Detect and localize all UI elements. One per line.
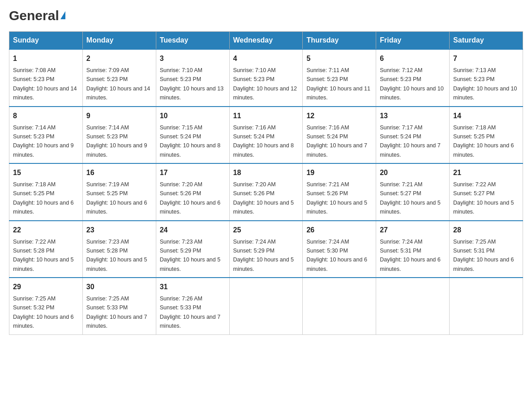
day-info: Sunrise: 7:15 AMSunset: 5:24 PMDaylight:… bbox=[160, 124, 221, 158]
day-info: Sunrise: 7:24 AMSunset: 5:30 PMDaylight:… bbox=[306, 239, 367, 272]
calendar-day-cell: 5 Sunrise: 7:11 AMSunset: 5:23 PMDayligh… bbox=[303, 49, 376, 107]
day-info: Sunrise: 7:20 AMSunset: 5:26 PMDaylight:… bbox=[160, 181, 221, 215]
calendar-day-cell: 28 Sunrise: 7:25 AMSunset: 5:31 PMDaylig… bbox=[450, 221, 523, 278]
day-number: 29 bbox=[13, 282, 79, 292]
calendar-day-cell: 26 Sunrise: 7:24 AMSunset: 5:30 PMDaylig… bbox=[303, 221, 376, 278]
calendar-day-header: Friday bbox=[376, 32, 450, 50]
day-info: Sunrise: 7:23 AMSunset: 5:29 PMDaylight:… bbox=[160, 239, 221, 272]
calendar-day-cell: 29 Sunrise: 7:25 AMSunset: 5:32 PMDaylig… bbox=[9, 278, 83, 334]
day-info: Sunrise: 7:21 AMSunset: 5:27 PMDaylight:… bbox=[380, 181, 441, 215]
calendar-day-cell: 21 Sunrise: 7:22 AMSunset: 5:27 PMDaylig… bbox=[450, 163, 523, 221]
calendar-day-cell: 4 Sunrise: 7:10 AMSunset: 5:23 PMDayligh… bbox=[229, 49, 303, 107]
calendar-day-cell: 25 Sunrise: 7:24 AMSunset: 5:29 PMDaylig… bbox=[229, 221, 303, 278]
day-number: 3 bbox=[160, 53, 226, 64]
logo-triangle-icon bbox=[60, 11, 65, 19]
day-info: Sunrise: 7:08 AMSunset: 5:23 PMDaylight:… bbox=[13, 67, 77, 101]
calendar-day-cell: 18 Sunrise: 7:20 AMSunset: 5:26 PMDaylig… bbox=[229, 163, 303, 221]
calendar-day-cell: 11 Sunrise: 7:16 AMSunset: 5:24 PMDaylig… bbox=[229, 107, 303, 164]
day-info: Sunrise: 7:19 AMSunset: 5:25 PMDaylight:… bbox=[86, 181, 147, 215]
day-number: 14 bbox=[453, 111, 519, 121]
logo: General bbox=[9, 9, 65, 22]
calendar-day-cell: 8 Sunrise: 7:14 AMSunset: 5:23 PMDayligh… bbox=[9, 107, 83, 164]
day-number: 27 bbox=[380, 225, 446, 235]
day-number: 6 bbox=[380, 53, 446, 64]
calendar-day-cell: 24 Sunrise: 7:23 AMSunset: 5:29 PMDaylig… bbox=[156, 221, 229, 278]
day-number: 16 bbox=[86, 167, 152, 178]
calendar-week-row: 22 Sunrise: 7:22 AMSunset: 5:28 PMDaylig… bbox=[9, 221, 523, 278]
calendar-day-cell: 1 Sunrise: 7:08 AMSunset: 5:23 PMDayligh… bbox=[9, 49, 83, 107]
day-number: 26 bbox=[306, 225, 372, 235]
day-info: Sunrise: 7:09 AMSunset: 5:23 PMDaylight:… bbox=[86, 67, 150, 101]
day-number: 17 bbox=[160, 167, 226, 178]
day-info: Sunrise: 7:25 AMSunset: 5:31 PMDaylight:… bbox=[453, 239, 514, 272]
day-info: Sunrise: 7:12 AMSunset: 5:23 PMDaylight:… bbox=[380, 67, 443, 101]
calendar-day-cell: 20 Sunrise: 7:21 AMSunset: 5:27 PMDaylig… bbox=[376, 163, 450, 221]
day-number: 24 bbox=[160, 225, 226, 235]
calendar-day-cell: 13 Sunrise: 7:17 AMSunset: 5:24 PMDaylig… bbox=[376, 107, 450, 164]
day-number: 12 bbox=[306, 111, 372, 121]
calendar-day-header: Tuesday bbox=[156, 32, 229, 50]
logo-general: General bbox=[9, 9, 59, 22]
calendar-day-cell bbox=[229, 278, 303, 334]
day-info: Sunrise: 7:20 AMSunset: 5:26 PMDaylight:… bbox=[233, 181, 294, 215]
day-info: Sunrise: 7:18 AMSunset: 5:25 PMDaylight:… bbox=[13, 181, 74, 215]
day-number: 25 bbox=[233, 225, 299, 235]
day-number: 2 bbox=[86, 53, 152, 64]
calendar-day-header: Saturday bbox=[450, 32, 523, 50]
day-info: Sunrise: 7:10 AMSunset: 5:23 PMDaylight:… bbox=[160, 67, 223, 101]
calendar-header-row: SundayMondayTuesdayWednesdayThursdayFrid… bbox=[9, 32, 523, 50]
day-number: 13 bbox=[380, 111, 446, 121]
day-info: Sunrise: 7:22 AMSunset: 5:27 PMDaylight:… bbox=[453, 181, 514, 215]
calendar-day-cell: 7 Sunrise: 7:13 AMSunset: 5:23 PMDayligh… bbox=[450, 49, 523, 107]
day-info: Sunrise: 7:21 AMSunset: 5:26 PMDaylight:… bbox=[306, 181, 367, 215]
day-number: 1 bbox=[13, 53, 79, 64]
calendar-week-row: 1 Sunrise: 7:08 AMSunset: 5:23 PMDayligh… bbox=[9, 49, 523, 107]
day-info: Sunrise: 7:16 AMSunset: 5:24 PMDaylight:… bbox=[233, 124, 294, 158]
calendar-day-cell: 19 Sunrise: 7:21 AMSunset: 5:26 PMDaylig… bbox=[303, 163, 376, 221]
calendar-day-cell: 16 Sunrise: 7:19 AMSunset: 5:25 PMDaylig… bbox=[82, 163, 156, 221]
day-number: 21 bbox=[453, 167, 519, 178]
calendar-day-cell: 10 Sunrise: 7:15 AMSunset: 5:24 PMDaylig… bbox=[156, 107, 229, 164]
day-info: Sunrise: 7:14 AMSunset: 5:23 PMDaylight:… bbox=[13, 124, 74, 158]
calendar-week-row: 29 Sunrise: 7:25 AMSunset: 5:32 PMDaylig… bbox=[9, 278, 523, 334]
calendar-table: SundayMondayTuesdayWednesdayThursdayFrid… bbox=[9, 31, 523, 335]
calendar-day-cell: 15 Sunrise: 7:18 AMSunset: 5:25 PMDaylig… bbox=[9, 163, 83, 221]
calendar-day-cell: 27 Sunrise: 7:24 AMSunset: 5:31 PMDaylig… bbox=[376, 221, 450, 278]
day-info: Sunrise: 7:13 AMSunset: 5:23 PMDaylight:… bbox=[453, 67, 517, 101]
calendar-day-header: Thursday bbox=[303, 32, 376, 50]
day-info: Sunrise: 7:11 AMSunset: 5:23 PMDaylight:… bbox=[306, 67, 370, 101]
calendar-day-cell: 14 Sunrise: 7:18 AMSunset: 5:25 PMDaylig… bbox=[450, 107, 523, 164]
calendar-day-cell: 31 Sunrise: 7:26 AMSunset: 5:33 PMDaylig… bbox=[156, 278, 229, 334]
calendar-day-cell: 22 Sunrise: 7:22 AMSunset: 5:28 PMDaylig… bbox=[9, 221, 83, 278]
day-number: 15 bbox=[13, 167, 79, 178]
day-info: Sunrise: 7:23 AMSunset: 5:28 PMDaylight:… bbox=[86, 239, 147, 272]
day-number: 31 bbox=[160, 282, 226, 292]
day-number: 22 bbox=[13, 225, 79, 235]
day-info: Sunrise: 7:22 AMSunset: 5:28 PMDaylight:… bbox=[13, 239, 74, 272]
day-number: 18 bbox=[233, 167, 299, 178]
calendar-day-cell: 2 Sunrise: 7:09 AMSunset: 5:23 PMDayligh… bbox=[82, 49, 156, 107]
calendar-day-cell bbox=[376, 278, 450, 334]
day-number: 5 bbox=[306, 53, 372, 64]
day-info: Sunrise: 7:25 AMSunset: 5:32 PMDaylight:… bbox=[13, 295, 74, 329]
day-info: Sunrise: 7:16 AMSunset: 5:24 PMDaylight:… bbox=[306, 124, 367, 158]
day-info: Sunrise: 7:18 AMSunset: 5:25 PMDaylight:… bbox=[453, 124, 514, 158]
day-number: 8 bbox=[13, 111, 79, 121]
day-number: 10 bbox=[160, 111, 226, 121]
day-number: 30 bbox=[86, 282, 152, 292]
day-number: 9 bbox=[86, 111, 152, 121]
calendar-day-header: Sunday bbox=[9, 32, 83, 50]
calendar-day-cell: 30 Sunrise: 7:25 AMSunset: 5:33 PMDaylig… bbox=[82, 278, 156, 334]
calendar-day-cell: 17 Sunrise: 7:20 AMSunset: 5:26 PMDaylig… bbox=[156, 163, 229, 221]
page-header: General bbox=[9, 9, 523, 22]
day-info: Sunrise: 7:26 AMSunset: 5:33 PMDaylight:… bbox=[160, 295, 221, 329]
calendar-day-cell: 23 Sunrise: 7:23 AMSunset: 5:28 PMDaylig… bbox=[82, 221, 156, 278]
calendar-day-cell: 3 Sunrise: 7:10 AMSunset: 5:23 PMDayligh… bbox=[156, 49, 229, 107]
day-info: Sunrise: 7:25 AMSunset: 5:33 PMDaylight:… bbox=[86, 295, 147, 329]
day-number: 28 bbox=[453, 225, 519, 235]
day-number: 19 bbox=[306, 167, 372, 178]
calendar-day-cell bbox=[303, 278, 376, 334]
calendar-day-cell: 9 Sunrise: 7:14 AMSunset: 5:23 PMDayligh… bbox=[82, 107, 156, 164]
day-number: 7 bbox=[453, 53, 519, 64]
day-info: Sunrise: 7:14 AMSunset: 5:23 PMDaylight:… bbox=[86, 124, 147, 158]
